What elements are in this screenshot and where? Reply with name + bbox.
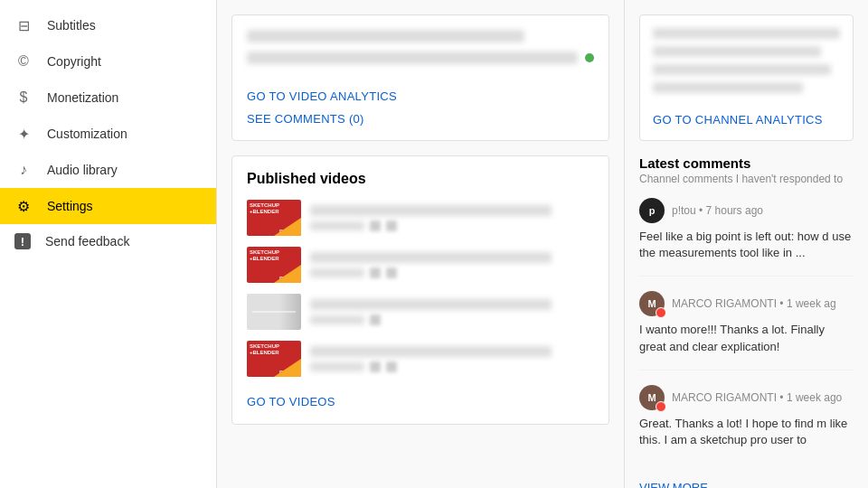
published-videos-card: Published videos SKETCHUP+BLENDER PART 7 xyxy=(231,155,609,425)
thumb-label: SKETCHUP+BLENDER xyxy=(250,249,279,261)
thumb-label: SKETCHUP+BLENDER xyxy=(250,202,279,214)
video-icon xyxy=(370,361,381,372)
sidebar-item-label: Send feedback xyxy=(45,234,129,249)
latest-comments-subtitle: Channel comments I haven't responded to xyxy=(639,173,854,185)
green-status-dot xyxy=(585,53,594,62)
video-meta xyxy=(310,221,594,231)
video-row[interactable]: SKETCHUP+BLENDER PART 7 xyxy=(247,200,594,236)
see-comments-link[interactable]: SEE COMMENTS (0) xyxy=(247,112,594,126)
latest-comments-title: Latest comments xyxy=(639,155,854,171)
sidebar-item-label: Monetization xyxy=(47,90,118,105)
video-meta xyxy=(310,267,594,278)
go-to-videos-link[interactable]: GO TO VIDEOS xyxy=(247,395,335,408)
comment-meta: MARCO RIGAMONTI • 1 week ago xyxy=(672,391,842,404)
sidebar-item-label: Audio library xyxy=(47,163,118,177)
blurred-row xyxy=(653,46,821,57)
video-icon xyxy=(370,314,381,325)
video-stat-blur xyxy=(310,221,364,230)
sidebar-item-send-feedback[interactable]: ! Send feedback xyxy=(0,224,216,258)
sidebar-item-settings[interactable]: ⚙ Settings xyxy=(0,188,216,224)
go-to-channel-analytics-link[interactable]: GO TO CHANNEL ANALYTICS xyxy=(653,113,823,127)
sidebar-item-label: Copyright xyxy=(47,54,101,69)
video-thumbnail xyxy=(247,294,301,330)
blurred-row-2 xyxy=(247,52,594,64)
video-icon xyxy=(370,221,381,231)
sidebar-item-audio-library[interactable]: ♪ Audio library xyxy=(0,152,216,188)
comment-badge xyxy=(656,307,666,318)
video-row[interactable]: SKETCHUP+BLENDER PART 5 xyxy=(247,341,594,377)
thumb-part: PART 6 xyxy=(279,276,298,281)
video-title-blur xyxy=(310,205,552,216)
channel-analytics-card: GO TO CHANNEL ANALYTICS xyxy=(639,14,854,141)
published-videos-title: Published videos xyxy=(247,171,594,187)
video-icon-2 xyxy=(386,361,397,372)
comment-time: 1 week ag xyxy=(787,297,836,310)
main-content: GO TO VIDEO ANALYTICS SEE COMMENTS (0) P… xyxy=(217,0,868,488)
comment-text: Great. Thanks a lot! I hope to find m li… xyxy=(639,416,854,448)
comment-meta: MARCO RIGAMONTI • 1 week ag xyxy=(672,297,836,310)
comment-avatar: p xyxy=(639,198,665,223)
video-thumbnail: SKETCHUP+BLENDER PART 6 xyxy=(247,247,301,283)
video-row[interactable]: SKETCHUP+BLENDER PART 6 xyxy=(247,247,594,283)
blurred-row xyxy=(653,28,840,39)
top-analytics-card: GO TO VIDEO ANALYTICS SEE COMMENTS (0) xyxy=(231,14,609,141)
sidebar-item-customization[interactable]: ✦ Customization xyxy=(0,116,216,152)
comment-avatar: M xyxy=(639,291,665,316)
video-icon-2 xyxy=(386,267,397,278)
video-info xyxy=(310,299,594,325)
video-thumbnail: SKETCHUP+BLENDER PART 7 xyxy=(247,200,301,236)
comment-meta: p!tou • 7 hours ago xyxy=(672,204,763,217)
sidebar: ⊟ Subtitles © Copyright $ Monetization ✦… xyxy=(0,0,217,488)
blurred-text xyxy=(247,52,578,64)
monetization-icon: $ xyxy=(14,89,33,107)
sidebar-item-subtitles[interactable]: ⊟ Subtitles xyxy=(0,7,216,43)
thumb-part: PART 5 xyxy=(279,370,298,375)
sidebar-item-label: Settings xyxy=(47,199,93,213)
video-stat-blur xyxy=(310,315,364,324)
feedback-icon: ! xyxy=(14,233,31,249)
blurred-row xyxy=(653,64,831,75)
comment-item: M MARCO RIGAMONTI • 1 week ago Great. Th… xyxy=(639,385,854,463)
video-info xyxy=(310,252,594,278)
video-thumbnail: SKETCHUP+BLENDER PART 5 xyxy=(247,341,301,377)
video-title-blur xyxy=(310,299,552,310)
video-title-blur xyxy=(310,346,552,357)
right-panel: GO TO CHANNEL ANALYTICS Latest comments … xyxy=(624,0,868,488)
go-to-video-analytics-link[interactable]: GO TO VIDEO ANALYTICS xyxy=(247,89,594,103)
sidebar-item-copyright[interactable]: © Copyright xyxy=(0,43,216,80)
commenter-name: p!tou xyxy=(672,204,696,217)
sidebar-item-label: Subtitles xyxy=(47,18,96,33)
comment-item: M MARCO RIGAMONTI • 1 week ag I wanto mo… xyxy=(639,291,854,370)
video-meta xyxy=(310,361,594,372)
comment-avatar: M xyxy=(639,385,665,410)
video-meta xyxy=(310,314,594,325)
comment-badge xyxy=(656,401,666,412)
comment-time: 1 week ago xyxy=(787,391,842,404)
video-info xyxy=(310,346,594,372)
comment-time: 7 hours ago xyxy=(706,204,763,217)
comment-text: Feel like a big point is left out: how d… xyxy=(639,229,854,261)
video-title-blur xyxy=(310,252,552,263)
video-icon-2 xyxy=(386,221,397,231)
comment-text: I wanto more!!! Thanks a lot. Finally gr… xyxy=(639,322,854,354)
latest-comments-section: Latest comments Channel comments I haven… xyxy=(639,155,854,488)
view-more-button[interactable]: VIEW MORE xyxy=(639,481,708,488)
customization-icon: ✦ xyxy=(14,125,33,143)
content-area: GO TO VIDEO ANALYTICS SEE COMMENTS (0) P… xyxy=(217,0,868,488)
comment-item: p p!tou • 7 hours ago Feel like a big po… xyxy=(639,198,854,277)
settings-icon: ⚙ xyxy=(14,197,33,215)
commenter-name: MARCO RIGAMONTI xyxy=(672,391,777,404)
video-icon xyxy=(370,267,381,278)
video-stat-blur xyxy=(310,268,364,277)
copyright-icon: © xyxy=(14,52,33,70)
video-info xyxy=(310,205,594,231)
comment-header: M MARCO RIGAMONTI • 1 week ago xyxy=(639,385,854,410)
sidebar-item-monetization[interactable]: $ Monetization xyxy=(0,80,216,116)
comment-header: M MARCO RIGAMONTI • 1 week ag xyxy=(639,291,854,316)
video-row[interactable] xyxy=(247,294,594,330)
blurred-row-1 xyxy=(247,30,524,42)
blurred-row xyxy=(653,82,803,93)
center-panel: GO TO VIDEO ANALYTICS SEE COMMENTS (0) P… xyxy=(217,0,624,488)
audio-library-icon: ♪ xyxy=(14,161,33,179)
thumb-label: SKETCHUP+BLENDER xyxy=(250,343,279,355)
